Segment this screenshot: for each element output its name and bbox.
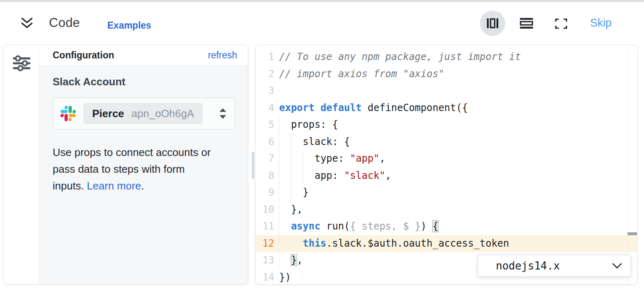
- slack-account-select[interactable]: Pierce apn_oOh6gA: [53, 98, 235, 129]
- indent-guide: [291, 134, 291, 201]
- chevron-down-icon: [612, 262, 622, 270]
- account-pill: Pierce apn_oOh6gA: [83, 103, 203, 124]
- line-number: 8: [255, 167, 274, 185]
- page-title: Code: [49, 16, 80, 30]
- code-line[interactable]: 10 },: [255, 201, 637, 218]
- line-number: 3: [255, 82, 274, 100]
- config-title: Configuration: [53, 50, 114, 61]
- line-number: 14: [255, 269, 274, 285]
- code-line[interactable]: 11 async run({ steps, $ }) {: [255, 218, 637, 235]
- sort-arrows-icon: [218, 107, 227, 120]
- collapse-step-button[interactable]: [20, 16, 34, 31]
- line-number: 1: [255, 49, 274, 66]
- split-view-button[interactable]: [480, 11, 505, 36]
- columns-layout-icon: [486, 17, 499, 29]
- line-number: 2: [255, 66, 274, 83]
- cursor-line-marker: [628, 232, 637, 235]
- line-number: 9: [255, 184, 274, 201]
- skip-link[interactable]: Skip: [590, 17, 612, 29]
- code-line[interactable]: 7 type: "app",: [255, 150, 637, 167]
- code-line[interactable]: 8 app: "slack",: [255, 167, 637, 185]
- line-number: 10: [255, 201, 274, 218]
- indent-guide: [302, 150, 303, 184]
- config-content: Slack Account Pierce apn_oOh6gA: [39, 66, 248, 284]
- sliders-icon: [13, 54, 31, 72]
- code-line[interactable]: 6 slack: {: [255, 134, 637, 151]
- line-number: 11: [255, 218, 274, 235]
- help-period: .: [141, 180, 144, 192]
- fullscreen-button[interactable]: [554, 18, 568, 30]
- help-text: Use props to connect accounts or pass da…: [53, 144, 237, 194]
- line-number: 4: [255, 100, 274, 117]
- configuration-panel: Configuration refresh Slack Account Pier…: [3, 45, 248, 285]
- indent-guide: [279, 116, 279, 269]
- overview-ruler[interactable]: [627, 45, 637, 284]
- account-name: Pierce: [92, 107, 124, 120]
- line-number: 12: [255, 235, 274, 252]
- config-header-row: Configuration refresh: [39, 45, 248, 66]
- code-line[interactable]: 4export default defineComponent({: [255, 100, 637, 117]
- line-number: 6: [255, 134, 274, 151]
- help-line: inputs.: [53, 180, 84, 192]
- code-editor[interactable]: 1// To use any npm package, just import …: [255, 45, 637, 285]
- header-bar: Code Examples S: [0, 2, 644, 45]
- panel-scrollbar-thumb[interactable]: [252, 152, 254, 179]
- runtime-value: nodejs14.x: [496, 260, 560, 272]
- slack-icon: [60, 106, 76, 121]
- code-line[interactable]: 1// To use any npm package, just import …: [255, 49, 637, 66]
- code-line[interactable]: 9 }: [255, 184, 637, 201]
- examples-link[interactable]: Examples: [107, 20, 151, 31]
- slack-account-label: Slack Account: [53, 76, 125, 88]
- line-number: 5: [255, 116, 274, 134]
- code-line[interactable]: 12 this.slack.$auth.oauth_access_token: [255, 235, 637, 252]
- code-lines[interactable]: 1// To use any npm package, just import …: [255, 45, 637, 284]
- stacked-view-button[interactable]: [518, 17, 535, 30]
- config-side-rail: [4, 45, 39, 284]
- rows-layout-icon: [519, 17, 534, 29]
- refresh-link[interactable]: refresh: [208, 50, 237, 61]
- account-id: apn_oOh6gA: [131, 107, 194, 120]
- code-line[interactable]: 5 props: {: [255, 116, 637, 134]
- line-number: 13: [255, 252, 274, 269]
- help-line: pass data to steps with form: [53, 163, 185, 175]
- line-number: 7: [255, 150, 274, 167]
- learn-more-link[interactable]: Learn more: [87, 180, 141, 192]
- fullscreen-icon: [555, 18, 567, 29]
- double-chevron-down-icon: [20, 16, 34, 31]
- code-line[interactable]: 2// import axios from "axios": [255, 66, 637, 83]
- runtime-select[interactable]: nodejs14.x: [477, 255, 631, 277]
- help-line: Use props to connect accounts or: [53, 146, 211, 158]
- code-line[interactable]: 3: [255, 82, 637, 100]
